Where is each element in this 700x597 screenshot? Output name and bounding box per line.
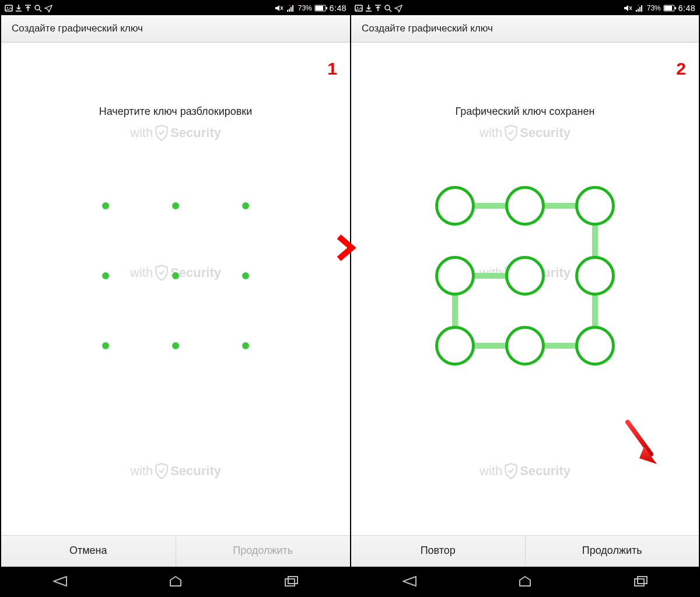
signal-icon: x	[286, 4, 296, 12]
content-area: 1 Начертите ключ разблокировки with Secu…	[1, 43, 350, 535]
signal-icon: x	[635, 4, 645, 12]
shield-icon	[503, 462, 519, 480]
svg-rect-3	[287, 10, 288, 12]
android-nav-bar	[1, 567, 350, 596]
shield-icon	[154, 124, 169, 142]
android-status-bar: x 73% 6:48	[351, 1, 699, 15]
clock-text: 6:48	[678, 3, 695, 13]
battery-icon	[314, 5, 327, 12]
step-number: 2	[676, 59, 686, 79]
upload-icon	[24, 4, 32, 12]
pattern-node-6[interactable]	[102, 342, 109, 349]
pattern-lock-grid[interactable]	[426, 177, 624, 375]
download-icon	[15, 4, 22, 12]
pattern-node-1[interactable]	[172, 202, 179, 209]
pattern-node-0[interactable]	[102, 202, 109, 209]
retry-button[interactable]: Повтор	[351, 536, 525, 567]
download-icon	[365, 4, 372, 12]
svg-rect-25	[638, 577, 647, 584]
android-status-bar: x 73% 6:48	[1, 1, 350, 15]
svg-point-15	[385, 5, 390, 10]
svg-rect-22	[675, 7, 676, 9]
mute-icon	[624, 4, 633, 12]
svg-rect-6	[292, 5, 293, 12]
back-button[interactable]	[48, 573, 71, 589]
pattern-node-2[interactable]	[575, 186, 615, 226]
svg-rect-17	[638, 9, 639, 12]
pattern-node-3[interactable]	[102, 272, 109, 279]
svg-point-1	[7, 7, 8, 8]
svg-text:x: x	[638, 4, 639, 7]
svg-rect-16	[636, 10, 637, 12]
svg-rect-24	[635, 579, 644, 586]
pattern-node-7[interactable]	[505, 326, 545, 366]
svg-point-14	[357, 7, 358, 8]
button-row: Повтор Продолжить	[351, 535, 699, 567]
continue-button[interactable]: Продолжить	[525, 536, 699, 567]
pattern-node-4[interactable]	[172, 272, 179, 279]
mute-icon	[275, 4, 284, 12]
battery-text: 73%	[298, 4, 312, 12]
shield-icon	[503, 124, 519, 142]
svg-point-2	[35, 5, 40, 10]
paper-plane-icon	[394, 4, 402, 12]
pattern-node-2[interactable]	[242, 202, 249, 209]
battery-text: 73%	[647, 4, 661, 12]
svg-rect-9	[326, 7, 327, 9]
pattern-node-0[interactable]	[435, 186, 475, 226]
pattern-lock-grid[interactable]	[76, 177, 275, 375]
instruction-text: Начертите ключ разблокировки	[1, 106, 350, 118]
screen-step1: x 73% 6:48 Создайте графический ключ 1 Н…	[1, 1, 350, 596]
pattern-node-7[interactable]	[172, 342, 179, 349]
pattern-node-8[interactable]	[242, 342, 249, 349]
home-button[interactable]	[164, 573, 187, 589]
recent-apps-button[interactable]	[629, 573, 653, 589]
screen-step2: x 73% 6:48 Создайте графический ключ 2 Г…	[350, 1, 699, 596]
step-number: 1	[327, 59, 337, 79]
back-button[interactable]	[397, 573, 421, 589]
watermark: with Security	[480, 124, 570, 142]
pattern-node-8[interactable]	[575, 326, 615, 366]
svg-rect-23	[664, 6, 672, 10]
clock-text: 6:48	[330, 3, 346, 13]
watermark: with Security	[130, 462, 221, 480]
pattern-node-3[interactable]	[435, 256, 475, 296]
battery-icon	[663, 5, 676, 12]
pattern-node-4[interactable]	[505, 256, 545, 296]
watermark: with Security	[480, 462, 570, 480]
svg-rect-11	[285, 579, 295, 586]
picture-icon	[5, 4, 13, 12]
android-nav-bar	[351, 567, 699, 596]
search-icon	[384, 4, 392, 12]
pattern-node-1[interactable]	[505, 186, 545, 226]
svg-rect-19	[641, 5, 642, 12]
recent-apps-button[interactable]	[280, 573, 303, 589]
paper-plane-icon	[44, 4, 52, 12]
pointer-arrow-icon	[622, 416, 663, 471]
svg-rect-4	[289, 9, 290, 12]
cancel-button[interactable]: Отмена	[1, 536, 176, 567]
page-title: Создайте графический ключ	[1, 15, 350, 43]
search-icon	[34, 4, 42, 12]
continue-button: Продолжить	[176, 536, 351, 567]
svg-rect-18	[639, 7, 640, 12]
content-area: 2 Графический ключ сохранен with Securit…	[351, 43, 699, 535]
svg-rect-5	[290, 7, 292, 12]
upload-icon	[374, 4, 382, 12]
pattern-node-6[interactable]	[435, 326, 475, 366]
home-button[interactable]	[513, 573, 537, 589]
pattern-node-5[interactable]	[575, 256, 615, 296]
svg-rect-12	[288, 577, 298, 584]
svg-rect-10	[316, 6, 323, 10]
pattern-node-5[interactable]	[242, 272, 249, 279]
button-row: Отмена Продолжить	[1, 535, 350, 567]
page-title: Создайте графический ключ	[351, 15, 699, 43]
shield-icon	[154, 462, 169, 480]
svg-text:x: x	[289, 4, 290, 7]
picture-icon	[355, 4, 363, 12]
watermark: with Security	[130, 124, 221, 142]
instruction-text: Графический ключ сохранен	[351, 106, 699, 118]
